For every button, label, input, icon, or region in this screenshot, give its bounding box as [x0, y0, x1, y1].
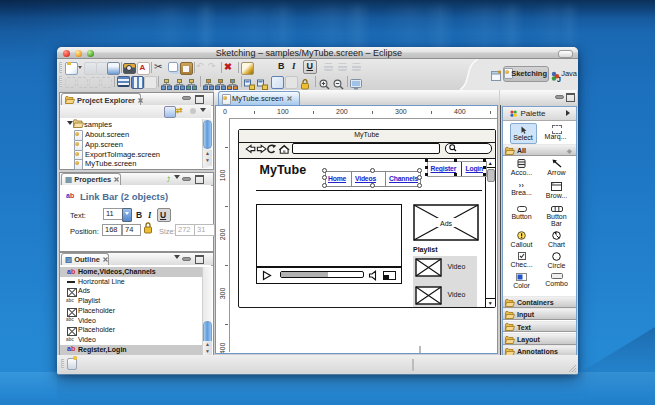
svg-text:Ads: Ads — [439, 219, 452, 226]
